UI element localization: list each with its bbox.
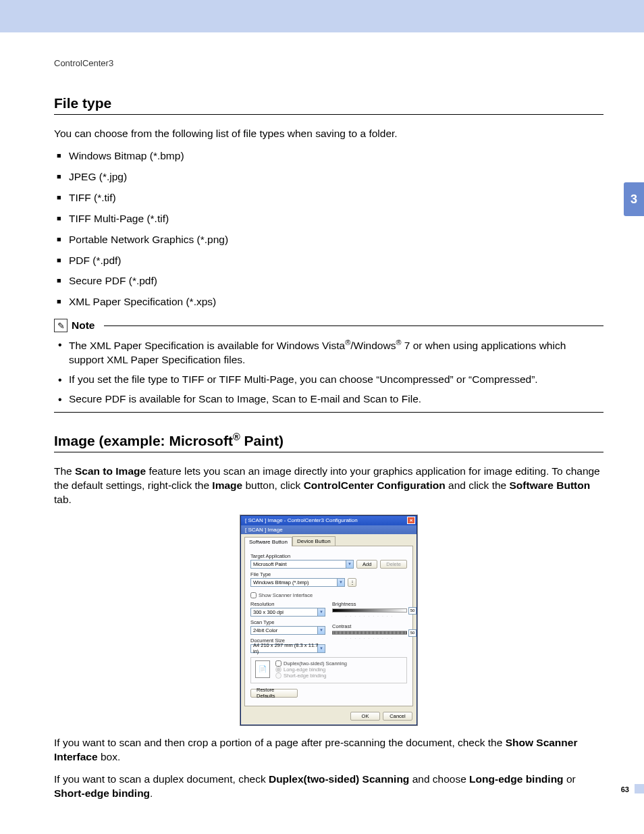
body-text: The Scan to Image feature lets you scan …	[54, 465, 603, 507]
checkbox-icon	[275, 660, 281, 667]
page-content: ControlCenter3 File type You can choose …	[54, 58, 603, 809]
reg-mark: ®	[233, 432, 240, 442]
tab-software-button[interactable]: Software Button	[244, 537, 292, 546]
contrast-label: Contrast	[332, 623, 407, 629]
text: The	[54, 465, 75, 477]
bold: Short-edge binding	[54, 787, 150, 799]
brightness-slider[interactable]: · · · · · · · · · · · 50	[332, 608, 407, 618]
note-header: ✎ Note	[54, 319, 603, 332]
show-scanner-checkbox[interactable]: Show Scanner Interface	[250, 592, 407, 598]
chevron-down-icon: ▼	[337, 579, 344, 586]
long-edge-radio[interactable]: Long-edge binding	[275, 667, 347, 673]
combo-value: A4 210 x 297 mm (8.3 x 11.7 in)	[253, 642, 323, 654]
dialog-screenshot: [ SCAN ] Image - ControlCenter3 Configur…	[54, 515, 603, 725]
filetype-label: File Type	[250, 571, 407, 577]
chevron-down-icon: ▼	[317, 627, 325, 634]
restore-defaults-button[interactable]: Restore Defaults	[250, 689, 298, 698]
filetype-settings-button[interactable]: ⋮	[348, 578, 356, 587]
section-title-file-type: File type	[54, 95, 603, 115]
brightness-label: Brightness	[332, 601, 407, 607]
text: If you want to scan and then crop a port…	[54, 737, 506, 748]
top-band	[0, 0, 644, 32]
cancel-button[interactable]: Cancel	[383, 712, 412, 721]
text: button, click	[242, 479, 303, 491]
close-button[interactable]: ×	[407, 517, 415, 524]
target-app-label: Target Application	[250, 553, 407, 559]
radio-label: Long-edge binding	[284, 667, 325, 673]
list-item: XML Paper Specification (*.xps)	[54, 295, 603, 309]
list-item: Portable Network Graphics (*.png)	[54, 233, 603, 247]
list-item: TIFF Multi-Page (*.tif)	[54, 212, 603, 226]
body-text: If you want to scan and then crop a port…	[54, 736, 603, 764]
note-end-rule	[54, 412, 603, 413]
list-item: JPEG (*.jpg)	[54, 170, 603, 184]
bold: Scan to Image	[75, 465, 146, 477]
docsize-combo[interactable]: A4 210 x 297 mm (8.3 x 11.7 in)▼	[250, 644, 325, 653]
text: and choose	[409, 773, 469, 785]
breadcrumb: ControlCenter3	[54, 58, 603, 68]
contrast-value: 50	[408, 629, 417, 637]
list-item: Secure PDF (*.pdf)	[54, 274, 603, 288]
text: Image (example: Microsoft	[54, 433, 233, 448]
bold: ControlCenter Configuration	[304, 479, 446, 491]
bold: Image	[212, 479, 242, 491]
radio-label: Short-edge binding	[284, 673, 326, 679]
tabs: Software Button Device Button	[241, 534, 417, 546]
list-item: PDF (*.pdf)	[54, 254, 603, 268]
bold: Long-edge binding	[469, 773, 563, 785]
text: tab.	[54, 494, 72, 505]
text: /Windows	[350, 340, 396, 351]
duplex-checkbox[interactable]: Duplex(two-sided) Scanning	[275, 660, 347, 667]
scantype-combo[interactable]: 24bit Color▼	[250, 626, 325, 635]
note-item: The XML Paper Specification is available…	[54, 338, 603, 367]
combo-value: Windows Bitmap (*.bmp)	[253, 579, 309, 585]
bold: Duplex(two-sided) Scanning	[269, 773, 409, 785]
text: Paint)	[240, 433, 284, 448]
checkbox-label: Duplex(two-sided) Scanning	[284, 660, 347, 667]
radio-icon	[275, 673, 281, 679]
combo-value: Microsoft Paint	[253, 561, 287, 567]
note-label: Note	[72, 319, 100, 332]
page-num-band	[635, 784, 644, 793]
resolution-combo[interactable]: 300 x 300 dpi▼	[250, 608, 325, 617]
chevron-down-icon: ▼	[346, 561, 353, 568]
contrast-slider[interactable]: · · · · · · · · · · · 50	[332, 631, 407, 640]
checkbox-icon	[250, 592, 257, 598]
text: or	[564, 773, 576, 785]
note-item: Secure PDF is available for Scan to Imag…	[54, 392, 603, 407]
filetype-combo[interactable]: Windows Bitmap (*.bmp)▼	[250, 578, 345, 587]
section-title-image: Image (example: Microsoft® Paint)	[54, 432, 603, 452]
text: box.	[98, 751, 121, 762]
resolution-label: Resolution	[250, 601, 325, 607]
note-item: If you set the file type to TIFF or TIFF…	[54, 373, 603, 387]
page-number: 63	[621, 785, 629, 793]
body-text: If you want to scan a duplex document, c…	[54, 773, 603, 801]
note-list: The XML Paper Specification is available…	[54, 338, 603, 407]
radio-icon	[275, 667, 281, 673]
dialog-buttons: OK Cancel	[241, 709, 417, 725]
text: If you want to scan a duplex document, c…	[54, 773, 269, 785]
target-app-combo[interactable]: Microsoft Paint▼	[250, 560, 354, 569]
list-item: TIFF (*.tif)	[54, 191, 603, 205]
text: The XML Paper Specification is available…	[69, 340, 345, 351]
tab-device-button[interactable]: Device Button	[292, 536, 336, 546]
text: and click the	[446, 479, 510, 491]
note-icon: ✎	[54, 319, 68, 332]
dialog-pane: Target Application Microsoft Paint▼ Add …	[244, 546, 413, 706]
short-edge-radio[interactable]: Short-edge binding	[275, 673, 347, 679]
note-rule	[104, 325, 603, 326]
dialog-title: [ SCAN ] Image - ControlCenter3 Configur…	[245, 517, 358, 523]
intro-text: You can choose from the following list o…	[54, 127, 603, 141]
list-item: Windows Bitmap (*.bmp)	[54, 149, 603, 163]
scantype-label: Scan Type	[250, 619, 325, 625]
text: .	[150, 787, 153, 799]
combo-value: 300 x 300 dpi	[253, 609, 284, 615]
brightness-value: 50	[408, 607, 417, 615]
bold: Software Button	[510, 479, 591, 491]
add-button[interactable]: Add	[356, 560, 377, 569]
delete-button[interactable]: Delete	[380, 560, 407, 569]
dialog-subhead: [ SCAN ] Image	[241, 525, 417, 534]
combo-value: 24bit Color	[253, 627, 277, 633]
ok-button[interactable]: OK	[350, 712, 380, 721]
checkbox-label: Show Scanner Interface	[259, 592, 313, 598]
